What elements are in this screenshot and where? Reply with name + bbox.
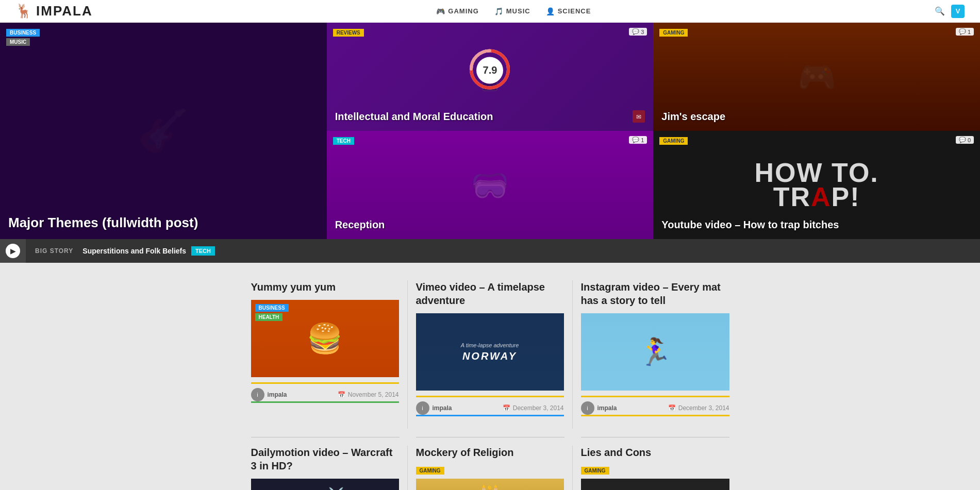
- avatar-vimeo: i: [416, 401, 429, 415]
- norway-title: NORWAY: [462, 350, 517, 362]
- hero-cell-tablet[interactable]: 📱 REVIEWS 💬3 7.9 Intellectual and Moral …: [327, 23, 654, 131]
- logo-text: IMPALA: [36, 3, 93, 19]
- logo-icon: 🦌: [15, 3, 33, 19]
- post-meta-instagram: i impala 📅 December 3, 2014: [581, 396, 729, 416]
- post-title-lies[interactable]: Lies and Cons: [581, 446, 729, 459]
- hero-comment-1a: 💬1: [956, 28, 974, 36]
- post-thumb-yummy[interactable]: 🍔 BUSINESS HEALTH: [251, 300, 399, 377]
- hero-badge-business: BUSINESS: [6, 29, 40, 37]
- badge-health: HEALTH: [255, 313, 283, 321]
- post-thumb-vimeo[interactable]: A time-lapse adventure NORWAY: [416, 313, 564, 391]
- post-date-instagram: 📅 December 3, 2014: [668, 404, 729, 412]
- row-dividers: [243, 437, 738, 437]
- person-icon: 👤: [546, 7, 555, 15]
- post-dailymotion: Dailymotion video – Warcraft 3 in HD? IG…: [243, 446, 408, 490]
- nav-gaming[interactable]: 🎮 GAMING: [436, 7, 478, 15]
- post-title-vimeo[interactable]: Vimeo video – A timelapse adventure: [416, 280, 564, 307]
- hero-comment-1b: 💬1: [629, 136, 647, 144]
- email-icon: ✉: [633, 110, 645, 123]
- hero-title-trap: Youtube video – How to trap bitches: [661, 219, 972, 231]
- post-date-text-vimeo: December 3, 2014: [513, 404, 564, 412]
- hero-content-trap: Youtube video – How to trap bitches: [661, 219, 972, 231]
- posts-grid-1: Yummy yum yum 🍔 BUSINESS HEALTH i impala: [243, 280, 738, 429]
- post-author-yummy: impala: [268, 391, 287, 398]
- post-vimeo: Vimeo video – A timelapse adventure A ti…: [408, 280, 573, 429]
- big-story-title[interactable]: Superstitions and Folk Beliefs: [82, 247, 186, 255]
- hero-cell-gamer[interactable]: 🎮 GAMING 💬1 Jim's escape: [653, 23, 980, 131]
- hero-title-band: Major Themes (fullwidth post): [8, 215, 319, 231]
- score-value: 7.9: [476, 57, 503, 83]
- main-nav: 🎮 GAMING 🎵 MUSIC 👤 SCIENCE: [436, 7, 591, 15]
- post-mockery: Mockery of Religion GAMING 🕌: [408, 446, 573, 490]
- post-lies: Lies and Cons GAMING ⚠️ LIES: [573, 446, 738, 490]
- nav-science-label: SCIENCE: [558, 7, 591, 15]
- norway-subtitle: A time-lapse adventure: [461, 342, 519, 348]
- hero-title-tablet: Intellectual and Moral Education: [335, 111, 645, 123]
- badge-gaming-mockery: GAMING: [416, 467, 444, 475]
- vimeo-label: V: [956, 7, 960, 15]
- post-meta-left-vimeo: i impala: [416, 401, 452, 415]
- post-thumb-instagram[interactable]: 🏃‍♀️: [581, 313, 729, 391]
- hero-content-tablet: Intellectual and Moral Education: [335, 111, 645, 123]
- avatar-instagram: i: [581, 401, 594, 415]
- vimeo-button[interactable]: V: [951, 5, 965, 18]
- nav-science[interactable]: 👤 SCIENCE: [546, 7, 591, 15]
- main-content: Yummy yum yum 🍔 BUSINESS HEALTH i impala: [243, 268, 738, 490]
- hero-badge-gaming-1: GAMING: [659, 29, 688, 37]
- lies-thumb: ⚠️ LIES: [581, 479, 729, 490]
- hero-cell-band[interactable]: 🎸 BUSINESS MUSIC Major Themes (fullwidth…: [0, 23, 327, 239]
- hero-grid: 🎸 BUSINESS MUSIC Major Themes (fullwidth…: [0, 23, 980, 239]
- search-button[interactable]: 🔍: [935, 6, 945, 16]
- hero-badge-gaming-2: GAMING: [659, 137, 688, 145]
- hero-badge-music: MUSIC: [6, 38, 30, 46]
- hero-content-vr: Reception: [335, 219, 645, 231]
- hero-title-gamer: Jim's escape: [661, 111, 972, 123]
- nav-music-label: MUSIC: [506, 7, 530, 15]
- hero-title-vr: Reception: [335, 219, 645, 231]
- badge-gaming-lies: GAMING: [581, 467, 609, 475]
- calendar-icon-vimeo: 📅: [503, 404, 510, 412]
- badge-business: BUSINESS: [255, 304, 289, 312]
- post-meta-vimeo: i impala 📅 December 3, 2014: [416, 396, 564, 416]
- post-date-yummy: 📅 November 5, 2014: [338, 391, 399, 398]
- calendar-icon-instagram: 📅: [668, 404, 676, 412]
- hero-comment-0: 💬0: [956, 136, 974, 144]
- post-thumb-dailymotion[interactable]: IGN ⚔️: [251, 479, 399, 490]
- post-meta-left-yummy: i impala: [251, 388, 287, 401]
- post-meta-left-instagram: i impala: [581, 401, 617, 415]
- post-date-vimeo: 📅 December 3, 2014: [503, 404, 564, 412]
- post-title-dailymotion[interactable]: Dailymotion video – Warcraft 3 in HD?: [251, 446, 399, 472]
- post-meta-yummy: i impala 📅 November 5, 2014: [251, 382, 399, 403]
- post-title-instagram[interactable]: Instagram video – Every mat has a story …: [581, 280, 729, 307]
- hero-content-gamer: Jim's escape: [661, 111, 972, 123]
- hero-badge-reviews: REVIEWS: [333, 29, 364, 37]
- posts-grid-2: Dailymotion video – Warcraft 3 in HD? IG…: [243, 446, 738, 490]
- hero-cell-vr[interactable]: 🥽 TECH 💬1 Reception: [327, 131, 654, 239]
- big-story-tag: TECH: [191, 246, 215, 256]
- big-story-prev[interactable]: ▶: [0, 239, 26, 263]
- warcraft-thumb: IGN ⚔️: [251, 479, 399, 490]
- hero-comment-3: 💬3: [629, 28, 647, 36]
- logo[interactable]: 🦌 IMPALA: [15, 3, 93, 19]
- nav-gaming-label: GAMING: [448, 7, 478, 15]
- music-icon: 🎵: [494, 7, 504, 15]
- big-story-label: BIG STORY: [26, 247, 82, 255]
- calendar-icon-yummy: 📅: [338, 391, 345, 398]
- gaming-icon: 🎮: [436, 7, 445, 15]
- header: 🦌 IMPALA 🎮 GAMING 🎵 MUSIC 👤 SCIENCE 🔍 V: [0, 0, 980, 23]
- hero-content-band: Major Themes (fullwidth post): [8, 215, 319, 231]
- post-yummy: Yummy yum yum 🍔 BUSINESS HEALTH i impala: [243, 280, 408, 429]
- post-title-yummy[interactable]: Yummy yum yum: [251, 280, 399, 294]
- hero-cell-trap[interactable]: HOW TO.TRAP! GAMING 💬0 Youtube video – H…: [653, 131, 980, 239]
- nav-music[interactable]: 🎵 MUSIC: [494, 7, 530, 15]
- post-author-instagram: impala: [597, 404, 617, 412]
- hero-badge-tech: TECH: [333, 137, 354, 145]
- post-title-mockery[interactable]: Mockery of Religion: [416, 446, 564, 459]
- post-instagram: Instagram video – Every mat has a story …: [573, 280, 738, 429]
- post-date-text-instagram: December 3, 2014: [678, 404, 729, 412]
- score-badge: 7.9: [469, 48, 510, 92]
- post-author-vimeo: impala: [433, 404, 452, 412]
- religion-thumb: 🕌: [416, 479, 564, 490]
- arrow-circle: ▶: [6, 244, 20, 258]
- avatar-yummy: i: [251, 388, 264, 401]
